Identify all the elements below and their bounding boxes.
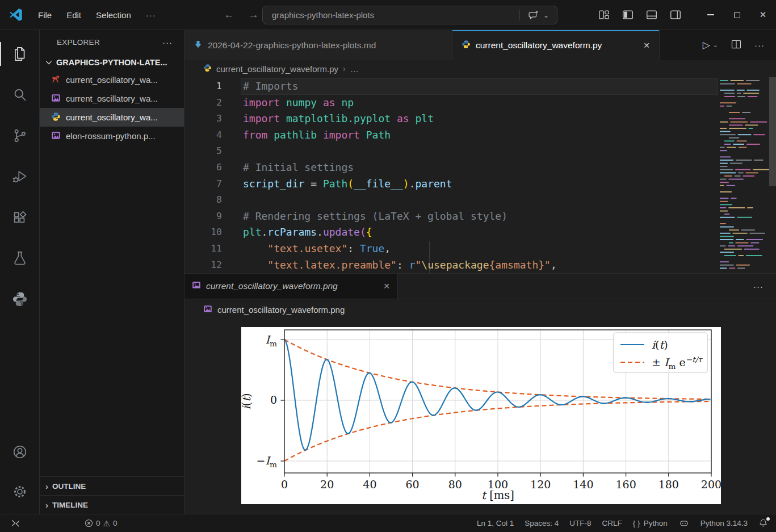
section-timeline[interactable]: › TIMELINE [40, 495, 184, 514]
folder-root[interactable]: GRAPHICS-PYTHON-LATE... [40, 54, 184, 70]
file-item-image[interactable]: current_oscillatory_wa... [40, 89, 184, 108]
editor-tab-bar: 2026-04-22-graphics-python-latex-plots.m… [184, 30, 776, 60]
sidebar-explorer: EXPLORER ··· GRAPHICS-PYTHON-LATE... cur… [40, 30, 184, 514]
split-editor-icon[interactable] [731, 39, 742, 52]
chevron-right-icon: › [45, 481, 48, 491]
braces-icon: { } [633, 519, 640, 527]
error-count: 0 [96, 519, 100, 527]
toggle-panel-icon[interactable] [645, 9, 658, 21]
activity-extensions-icon[interactable] [0, 197, 40, 238]
problems-status[interactable]: 0 ⚠ 0 [85, 519, 118, 528]
toggle-primary-sidebar-icon[interactable] [622, 9, 634, 21]
file-item-pdf[interactable]: current_oscillatory_wa... [40, 70, 184, 89]
code-line-2[interactable]: 2import numpy as np [184, 95, 776, 111]
activity-testing-icon[interactable] [0, 238, 40, 279]
editor-more-actions-icon[interactable]: ··· [754, 40, 765, 50]
markdown-icon [194, 40, 203, 51]
code-line-4[interactable]: 4from pathlib import Path [184, 127, 776, 144]
image-icon [192, 280, 201, 292]
close-window-button[interactable]: ✕ [750, 0, 776, 30]
panel-breadcrumb-file[interactable]: current_oscillatory_waveform.png [217, 305, 345, 315]
activity-python-icon[interactable] [0, 279, 40, 320]
nav-back-icon[interactable]: ← [217, 9, 241, 21]
section-outline[interactable]: › OUTLINE [40, 476, 184, 495]
notification-dot [766, 517, 770, 521]
tab-python-file[interactable]: current_oscillatory_waveform.py ✕ [452, 30, 660, 60]
tab-markdown-file[interactable]: 2026-04-22-graphics-python-latex-plots.m… [184, 30, 452, 60]
svg-text:80: 80 [448, 478, 462, 491]
image-preview-area: 020406080100120140160180200Im0−Imt [ms]i… [184, 320, 776, 514]
chevron-right-icon: › [343, 64, 346, 73]
breadcrumb-symbol[interactable]: … [350, 64, 359, 74]
status-bar: 0 ⚠ 0 Ln 1, Col 1 Spaces: 4 UTF-8 CRLF {… [0, 514, 776, 532]
activity-search-icon[interactable] [0, 74, 40, 115]
svg-text:i(t): i(t) [241, 393, 253, 409]
menu-overflow[interactable]: ··· [139, 10, 163, 20]
indentation-status[interactable]: Spaces: 4 [525, 519, 559, 527]
warning-icon: ⚠ [103, 519, 111, 528]
vscode-logo-icon [9, 8, 23, 22]
account-icon[interactable] [0, 432, 40, 472]
remote-indicator-icon[interactable] [8, 519, 23, 527]
bottom-editor-group: current_oscillatory_waveform.png ✕ ··· c… [184, 273, 776, 514]
play-icon: ▷ [703, 39, 710, 51]
python-icon [203, 64, 212, 74]
menu-selection[interactable]: Selection [89, 10, 139, 20]
menu-edit[interactable]: Edit [59, 10, 89, 20]
code-line-5[interactable]: 5 [184, 143, 776, 160]
minimap[interactable] [718, 78, 769, 273]
scrollbar-slider[interactable] [769, 77, 776, 186]
python-icon [51, 112, 61, 123]
file-item-python[interactable]: current_oscillatory_wa... [40, 108, 184, 127]
image-icon [203, 304, 212, 315]
command-center[interactable]: graphics-python-latex-plots ⌄ [262, 6, 557, 24]
code-line-10[interactable]: 10plt.rcParams.update({ [184, 224, 776, 241]
file-item-image[interactable]: elon-rossum-python.p... [40, 127, 184, 145]
breadcrumb-file[interactable]: current_oscillatory_waveform.py [216, 64, 338, 74]
svg-text:Im: Im [266, 333, 278, 348]
code-line-3[interactable]: 3import matplotlib.pyplot as plt [184, 111, 776, 127]
maximize-button[interactable] [724, 0, 750, 30]
tab-png-preview[interactable]: current_oscillatory_waveform.png ✕ [184, 274, 398, 299]
file-label: current_oscillatory_wa... [66, 94, 158, 103]
code-line-12[interactable]: 12 "text.latex.preamble": r"\usepackage{… [184, 257, 776, 273]
code-line-1[interactable]: 1# Imports [184, 78, 776, 95]
close-tab-icon[interactable]: ✕ [643, 41, 650, 50]
explorer-title: EXPLORER [57, 38, 100, 47]
chevron-down-icon [44, 58, 53, 67]
code-editor[interactable]: 1# Imports2import numpy as np3import mat… [184, 77, 776, 273]
code-line-8[interactable]: 8 [184, 192, 776, 208]
folder-root-label: GRAPHICS-PYTHON-LATE... [56, 58, 167, 67]
copilot-chat-button[interactable]: ⌄ [520, 10, 557, 21]
code-line-7[interactable]: 7script_dir = Path(__file__).parent [184, 176, 776, 192]
file-label: current_oscillatory_wa... [66, 112, 158, 122]
close-tab-icon[interactable]: ✕ [383, 282, 390, 291]
menu-file[interactable]: File [31, 10, 59, 20]
panel-more-actions-icon[interactable]: ··· [753, 274, 776, 299]
encoding-status[interactable]: UTF-8 [569, 519, 591, 527]
activity-source-control-icon[interactable] [0, 115, 40, 156]
copilot-status-icon[interactable] [678, 518, 690, 529]
language-mode[interactable]: { } Python [633, 519, 668, 527]
explorer-actions-icon[interactable]: ··· [162, 37, 173, 47]
cursor-position[interactable]: Ln 1, Col 1 [477, 519, 514, 527]
customize-layout-icon[interactable] [598, 9, 610, 21]
code-line-11[interactable]: 11 "text.usetex": True, [184, 241, 776, 257]
breadcrumb: current_oscillatory_waveform.py › … [184, 60, 776, 77]
editor-scrollbar[interactable] [769, 77, 776, 273]
section-outline-label: OUTLINE [52, 482, 86, 491]
minimize-button[interactable] [698, 0, 724, 30]
toggle-secondary-sidebar-icon[interactable] [669, 9, 682, 21]
run-python-file-button[interactable]: ▷ ⌄ [703, 39, 718, 51]
settings-gear-icon[interactable] [0, 472, 40, 512]
activity-bar [0, 30, 40, 514]
file-label: elon-rossum-python.p... [66, 131, 156, 141]
activity-explorer-icon[interactable] [0, 33, 40, 74]
code-line-9[interactable]: 9# Rendering settings (LaTeX + global st… [184, 208, 776, 225]
notifications-bell-icon[interactable] [758, 518, 768, 528]
eol-status[interactable]: CRLF [602, 519, 622, 527]
chevron-down-icon: ⌄ [713, 41, 718, 49]
activity-run-debug-icon[interactable] [0, 156, 40, 197]
python-interpreter-status[interactable]: Python 3.14.3 [701, 519, 748, 527]
code-line-6[interactable]: 6# Initial settings [184, 160, 776, 176]
